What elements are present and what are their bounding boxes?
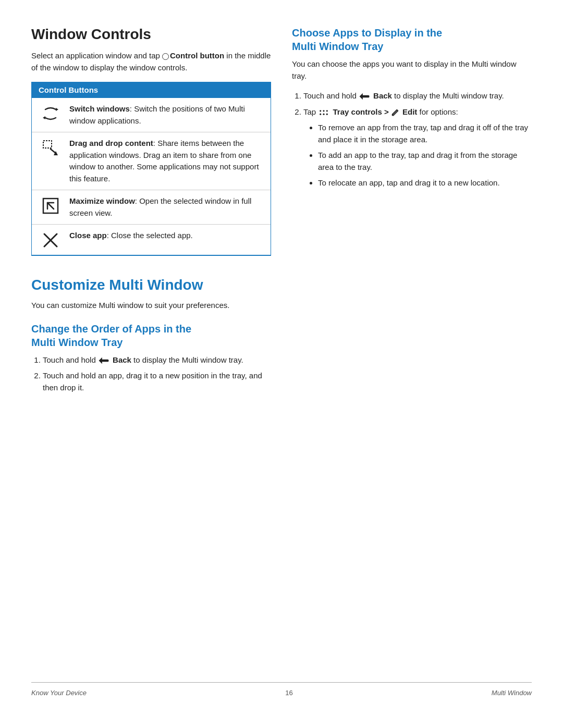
- tray-controls-icon: [318, 108, 329, 117]
- intro-bold: Control button: [170, 51, 224, 60]
- choose-apps-steps: Touch and hold Back to display the Multi…: [292, 90, 532, 189]
- right-column: Choose Apps to Display in the Multi Wind…: [292, 26, 532, 661]
- drag-icon: [39, 138, 62, 157]
- choose-apps-intro: You can choose the apps you want to disp…: [292, 58, 532, 82]
- change-order-steps: Touch and hold Back to display the Multi…: [31, 354, 271, 394]
- close-label: Close app: [69, 231, 107, 240]
- choose-bullets: To remove an app from the tray, tap and …: [303, 122, 532, 189]
- control-buttons-header: Control Buttons: [31, 82, 271, 98]
- switch-icon: [39, 103, 62, 123]
- choose-step1-plain: Touch and hold: [303, 91, 359, 100]
- tray-controls-label: Tray controls >: [333, 107, 391, 116]
- step1-plain: Touch and hold: [43, 355, 98, 364]
- change-order-title: Change the Order of Apps in the Multi Wi…: [31, 322, 271, 349]
- choose-apps-title-line2: Multi Window Tray: [292, 41, 383, 52]
- choose-step2-end: for options:: [417, 107, 458, 116]
- bullet-2-text: To add an app to the tray, tap and drag …: [318, 151, 517, 171]
- control-row-drag: Drag and drop content: Share items betwe…: [32, 132, 271, 190]
- control-row-switch: Switch windows: Switch the positions of …: [32, 98, 271, 132]
- step1-bold: Back: [113, 355, 131, 364]
- control-row-close: Close app: Close the selected app.: [32, 225, 271, 255]
- change-order-step-1: Touch and hold Back to display the Multi…: [43, 354, 271, 366]
- svg-point-15: [320, 113, 322, 115]
- customize-intro: You can customize Multi window to suit y…: [31, 300, 271, 312]
- maximize-desc: Maximize window: Open the selected windo…: [69, 195, 263, 219]
- change-order-title-line2: Multi Window Tray: [31, 337, 123, 348]
- bullet-3: To relocate an app, tap and drag it to a…: [318, 177, 532, 189]
- choose-step2-tap: Tap: [303, 107, 318, 116]
- back-icon-2: [359, 92, 370, 101]
- step1-end: to display the Multi window tray.: [131, 355, 243, 364]
- window-controls-intro: Select an application window and tap Con…: [31, 50, 271, 73]
- maximize-label: Maximize window: [69, 196, 135, 205]
- edit-icon: [391, 108, 399, 117]
- choose-step1-end: to display the Multi window tray.: [392, 91, 504, 100]
- svg-marker-0: [56, 108, 58, 111]
- svg-rect-11: [362, 95, 369, 98]
- svg-rect-9: [101, 359, 108, 362]
- choose-apps-title: Choose Apps to Display in the Multi Wind…: [292, 26, 532, 53]
- svg-point-17: [326, 113, 328, 115]
- svg-marker-1: [43, 116, 45, 119]
- window-controls-title: Window Controls: [31, 26, 271, 43]
- two-column-layout: Window Controls Select an application wi…: [31, 26, 532, 661]
- back-icon-1: [98, 356, 109, 365]
- page: Window Controls Select an application wi…: [0, 0, 563, 728]
- footer: Know Your Device 16 Multi Window: [31, 682, 532, 697]
- customize-title: Customize Multi Window: [31, 277, 271, 293]
- close-desc: Close app: Close the selected app.: [69, 230, 193, 242]
- bullet-1-text: To remove an app from the tray, tap and …: [318, 123, 528, 144]
- footer-right: Multi Window: [492, 689, 532, 697]
- footer-page-number: 16: [285, 689, 292, 697]
- intro-text-plain: Select an application window and tap: [31, 51, 162, 60]
- choose-apps-title-line1: Choose Apps to Display in the: [292, 27, 442, 39]
- choose-step-2: Tap Tray controls >: [303, 106, 532, 189]
- bullet-2: To add an app to the tray, tap and drag …: [318, 150, 532, 173]
- control-table: Switch windows: Switch the positions of …: [31, 98, 271, 256]
- maximize-icon: [39, 195, 62, 215]
- bullet-1: To remove an app from the tray, tap and …: [318, 122, 532, 145]
- close-text: : Close the selected app.: [107, 231, 193, 240]
- drag-desc: Drag and drop content: Share items betwe…: [69, 138, 263, 184]
- step2-text: Touch and hold an app, drag it to a new …: [43, 371, 262, 392]
- choose-step-1: Touch and hold Back to display the Multi…: [303, 90, 532, 102]
- customize-section: Customize Multi Window You can customize…: [31, 277, 271, 393]
- switch-desc: Switch windows: Switch the positions of …: [69, 103, 263, 127]
- svg-point-14: [326, 110, 328, 112]
- svg-line-5: [47, 203, 54, 209]
- change-order-step-2: Touch and hold an app, drag it to a new …: [43, 370, 271, 393]
- bullet-3-text: To relocate an app, tap and drag it to a…: [318, 178, 500, 187]
- svg-point-13: [323, 110, 325, 112]
- choose-step1-bold: Back: [373, 91, 392, 100]
- svg-point-12: [320, 110, 322, 112]
- edit-label: Edit: [402, 107, 417, 116]
- drag-label: Drag and drop content: [69, 139, 153, 147]
- control-row-maximize: Maximize window: Open the selected windo…: [32, 190, 271, 225]
- left-column: Window Controls Select an application wi…: [31, 26, 271, 661]
- circle-control-icon: [162, 53, 169, 60]
- footer-left: Know Your Device: [31, 689, 87, 697]
- svg-point-16: [323, 113, 325, 115]
- close-icon: [39, 230, 62, 250]
- svg-rect-2: [43, 141, 52, 148]
- switch-label: Switch windows: [69, 104, 130, 113]
- change-order-title-line1: Change the Order of Apps in the: [31, 323, 191, 335]
